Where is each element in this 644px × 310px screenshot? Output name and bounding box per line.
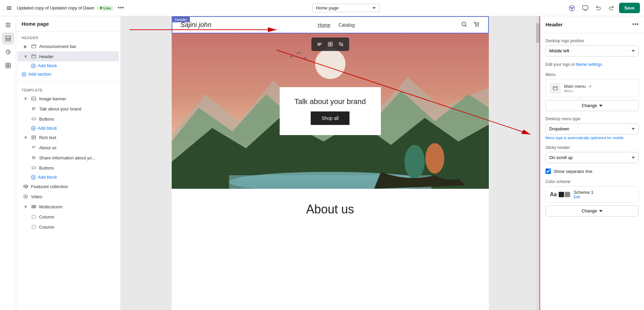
sidebar-item-column-1[interactable]: Column (18, 212, 119, 222)
separator-label[interactable]: Show separator line (554, 169, 592, 174)
sidebar-item-rich-text[interactable]: ▼ Rich text (18, 132, 119, 143)
sidebar-item-share-info[interactable]: Share information about yo... (18, 153, 119, 163)
sidebar-theme-btn[interactable] (2, 59, 14, 72)
sidebar-item-multicolumn[interactable]: ▼ Multicolumn (18, 202, 119, 212)
separator-checkbox[interactable] (545, 169, 551, 174)
panel-sidebar: Home page HEADER ▶ Announcement bar ▼ He… (16, 16, 121, 310)
share-icon (31, 155, 36, 160)
more-button[interactable]: ••• (116, 3, 125, 13)
svg-point-5 (569, 6, 570, 7)
sidebar-blocks-btn[interactable] (2, 46, 14, 58)
add-block-header-btn[interactable]: Add block (16, 61, 120, 70)
customize-icon[interactable] (566, 3, 577, 14)
hero-shop-btn[interactable]: Shop all (311, 111, 349, 125)
add-section-btn[interactable]: Add section (16, 70, 120, 78)
add-block-rich-btn[interactable]: Add block (16, 173, 120, 181)
preview-scrollbar[interactable] (536, 16, 539, 310)
sidebar-buttons-rich-label: Buttons (39, 165, 54, 171)
preview-nav-catalog[interactable]: Catalog (338, 22, 355, 28)
svg-rect-11 (6, 26, 10, 27)
svg-point-73 (425, 143, 444, 174)
svg-rect-10 (6, 25, 10, 25)
svg-point-72 (404, 145, 425, 179)
add-block-banner-btn[interactable]: Add block (16, 124, 120, 132)
logo-position-select[interactable]: Middle left Middle center Top left (545, 45, 639, 56)
sidebar-multicolumn-label: Multicolumn (39, 204, 62, 209)
desktop-menu-type-select[interactable]: Dropdown Mega menu (545, 123, 639, 134)
hero-toolbar-align[interactable] (315, 40, 324, 49)
save-button[interactable]: Save (619, 3, 640, 13)
svg-point-4 (571, 7, 573, 9)
color-scheme-row: Color scheme Aa Scheme 1 Edit (545, 179, 639, 216)
preview-about: About us (172, 189, 489, 230)
expand-icon: ▶ (23, 44, 28, 49)
sticky-header-select[interactable]: On scroll up Always None (545, 152, 639, 163)
hero-toolbar-hide[interactable] (336, 40, 346, 49)
header-section-label: HEADER (16, 32, 120, 41)
svg-rect-53 (27, 186, 28, 187)
desktop-icon[interactable] (580, 3, 591, 14)
page-selector[interactable]: Home page (312, 4, 380, 12)
sidebar-column2-label: Column (39, 225, 54, 230)
announcement-icon (31, 44, 36, 49)
sidebar-item-image-banner[interactable]: ▼ Image banner (18, 94, 119, 104)
hero-toolbar-layout[interactable] (326, 40, 335, 49)
expand-icon-image-banner: ▼ (23, 96, 28, 101)
settings-title: Header (545, 22, 563, 27)
undo-button[interactable] (593, 3, 604, 13)
svg-rect-9 (6, 23, 10, 24)
sidebar-item-column-2[interactable]: Column (18, 222, 119, 232)
sidebar-buttons-banner-label: Buttons (39, 117, 54, 122)
sidebar-column1-label: Column (39, 214, 54, 219)
svg-rect-13 (6, 39, 10, 41)
theme-settings-link[interactable]: theme settings. (576, 62, 603, 67)
sidebar-sections-btn[interactable] (2, 32, 14, 45)
logo-edit-text: Edit your logo in theme settings. (545, 62, 603, 67)
sidebar-item-video[interactable]: Video (18, 191, 119, 202)
separator-row: Show separator line (545, 169, 639, 174)
svg-rect-8 (583, 6, 588, 9)
scheme-change-btn[interactable]: Change (545, 205, 639, 216)
svg-rect-78 (331, 42, 332, 44)
menu-info: Main menu ↗ Menu (564, 84, 591, 93)
preview-frame[interactable]: Header Sajini john Home Catalog (121, 16, 539, 310)
scheme-color-dark (559, 192, 564, 197)
live-badge: Live (97, 5, 114, 11)
menu-row: Menu Main menu ↗ Menu Change (545, 72, 639, 111)
svg-rect-58 (35, 205, 36, 208)
sidebar-item-buttons-banner[interactable]: Buttons (18, 114, 119, 124)
live-dot (100, 7, 102, 9)
scheme-preview (559, 192, 570, 197)
menu-change-btn[interactable]: Change (545, 100, 639, 111)
preview-header-section: Header Sajini john Home Catalog (172, 16, 489, 33)
sidebar-item-talk-brand[interactable]: Talk about your brand (18, 104, 119, 114)
sidebar-item-featured-collection[interactable]: Featured collection (18, 181, 119, 191)
preview-nav: Home Catalog (318, 22, 355, 28)
sidebar-video-label: Video (31, 194, 42, 199)
sidebar-nav-toggle[interactable] (2, 19, 14, 31)
sticky-header-row: Sticky header On scroll up Always None (545, 145, 639, 163)
svg-rect-1 (7, 8, 11, 8)
scheme-name: Scheme 1 (573, 190, 593, 195)
svg-point-6 (573, 6, 574, 7)
svg-rect-0 (7, 6, 11, 7)
svg-rect-2 (7, 9, 11, 10)
scheme-edit-link[interactable]: Edit (573, 195, 593, 199)
page-selector-text: Home page (316, 5, 338, 10)
redo-button[interactable] (606, 3, 616, 13)
store-title: Updated copy of Updated copy of Dawn (17, 5, 94, 10)
settings-more-btn[interactable]: ••• (632, 21, 639, 28)
svg-rect-51 (24, 185, 25, 187)
preview-nav-home[interactable]: Home (318, 22, 330, 28)
sidebar-item-about-us[interactable]: About us (18, 143, 119, 153)
svg-rect-19 (32, 45, 36, 48)
sidebar-item-header[interactable]: ▼ Header (18, 51, 119, 61)
preview-hero: Talk about your brand Shop all (172, 33, 489, 189)
nav-toggle-button[interactable] (4, 3, 14, 13)
menu-type-note: Menu type is automatically optimized for… (545, 136, 639, 140)
sidebar-item-buttons-rich[interactable]: Buttons (18, 163, 119, 173)
search-icon (461, 21, 468, 29)
sidebar-about-label: About us (39, 145, 56, 150)
sidebar-announcement-label: Announcement bar (39, 44, 76, 49)
sidebar-item-announcement-bar[interactable]: ▶ Announcement bar (18, 41, 119, 51)
